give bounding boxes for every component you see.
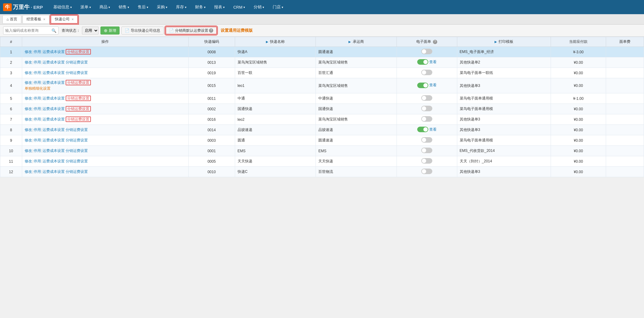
nav-baobiao[interactable]: 报表 ▾: [210, 0, 229, 14]
table-row: 6修改|停用|运费成本设置 分销运费设置0002国通快递国通快递菜鸟电子面单通用…: [0, 104, 644, 114]
distributor-freight-link[interactable]: 分销运费设置: [66, 106, 91, 112]
distributor-freight-link[interactable]: 分销运费设置: [66, 116, 91, 122]
toggle-switch[interactable]: [417, 83, 428, 88]
nav-jichuxinxi[interactable]: 基础信息 ▾: [49, 0, 76, 14]
freight-cost-link[interactable]: 运费成本设置: [43, 138, 65, 142]
tab-jingying[interactable]: 经营看板 ×: [22, 15, 49, 24]
nav-crm[interactable]: CRM ▾: [229, 0, 249, 14]
nav-shangpin[interactable]: 商品 ▾: [95, 0, 114, 14]
edit-link[interactable]: 修改: [25, 80, 32, 85]
freight-cost-link[interactable]: 运费成本设置: [43, 169, 65, 174]
edit-link[interactable]: 修改: [25, 138, 32, 142]
disable-link[interactable]: 停用: [34, 128, 41, 132]
distributor-freight-link[interactable]: 分销运费设置: [66, 138, 88, 142]
disable-link[interactable]: 停用: [34, 96, 41, 100]
row-name: EMS: [235, 146, 316, 156]
freight-cost-link[interactable]: 运费成本设置: [43, 107, 65, 111]
disable-link[interactable]: 停用: [34, 50, 41, 54]
distributor-freight-link[interactable]: 分销运费设置: [66, 159, 88, 163]
tab-kuaidi[interactable]: 快递公司 ×: [51, 15, 78, 24]
search-icon[interactable]: 🔍: [51, 28, 56, 33]
freight-cost-link[interactable]: 运费成本设置: [43, 71, 65, 75]
toggle-switch[interactable]: [421, 70, 432, 75]
edit-link[interactable]: 修改: [25, 159, 32, 163]
toggle-switch[interactable]: [421, 95, 432, 101]
distributor-settings-button[interactable]: 📄 分销商默认运费设置 ?: [165, 26, 217, 35]
disable-link[interactable]: 停用: [34, 149, 41, 153]
nav-caiwu[interactable]: 财务 ▾: [191, 0, 210, 14]
row-elabel: [397, 104, 457, 114]
disable-link[interactable]: 停用: [34, 80, 41, 85]
tab-home[interactable]: ⌂ 首页: [2, 15, 21, 24]
edit-link[interactable]: 修改: [25, 60, 32, 64]
row-actions: 修改|停用|运费成本设置 分销运费设置: [22, 93, 188, 104]
export-button[interactable]: 📄 导出快递公司信息: [121, 26, 164, 35]
row-elabel: [397, 135, 457, 146]
edit-link[interactable]: 修改: [25, 107, 32, 111]
toggle-switch[interactable]: [417, 59, 428, 65]
disable-link[interactable]: 停用: [34, 71, 41, 75]
close-icon[interactable]: ×: [43, 17, 45, 22]
freight-cost-link[interactable]: 运费成本设置: [43, 159, 65, 163]
disable-link[interactable]: 停用: [34, 169, 41, 174]
freight-cost-link[interactable]: 运费成本设置: [43, 80, 65, 85]
freight-cost-link[interactable]: 运费成本设置: [43, 149, 65, 153]
toggle-switch[interactable]: [421, 49, 432, 54]
view-link[interactable]: 查看: [429, 127, 437, 132]
edit-link[interactable]: 修改: [25, 96, 32, 100]
th-fee: 面单费: [606, 37, 644, 47]
row-elabel: [397, 47, 457, 57]
disable-link[interactable]: 停用: [34, 107, 41, 111]
status-select[interactable]: 启用 停用 全部: [82, 26, 99, 35]
distributor-freight-link[interactable]: 分销运费设置: [66, 149, 88, 153]
distributor-freight-link[interactable]: 分销运费设置: [66, 80, 91, 85]
edit-link[interactable]: 修改: [25, 169, 32, 174]
disable-link[interactable]: 停用: [34, 159, 41, 163]
freight-cost-link[interactable]: 运费成本设置: [43, 128, 65, 132]
search-box[interactable]: 🔍: [3, 26, 59, 35]
distributor-freight-link[interactable]: 分销运费设置: [66, 71, 88, 75]
row-elabel: [397, 146, 457, 156]
nav-pandan[interactable]: 派单 ▾: [76, 0, 95, 14]
disable-link[interactable]: 停用: [34, 60, 41, 64]
distributor-freight-link[interactable]: 分销运费设置: [66, 49, 91, 55]
disable-link[interactable]: 停用: [34, 117, 41, 121]
distributor-freight-link[interactable]: 分销运费设置: [66, 96, 91, 101]
freight-cost-link[interactable]: 运费成本设置: [43, 50, 65, 54]
row-code: 0016: [188, 114, 235, 125]
edit-link[interactable]: 修改: [25, 71, 32, 75]
disable-link[interactable]: 停用: [34, 138, 41, 142]
view-link[interactable]: 查看: [429, 59, 437, 65]
search-input[interactable]: [5, 28, 51, 33]
view-link[interactable]: 查看: [429, 83, 437, 88]
table-row: 5修改|停用|运费成本设置 分销运费设置0011中通中通快递菜鸟电子面单通用模¥…: [0, 93, 644, 104]
nav-xiaoshou[interactable]: 销售 ▾: [114, 0, 133, 14]
toggle-switch[interactable]: [417, 127, 428, 132]
template-settings-button[interactable]: 设置通用运费模版: [219, 26, 255, 35]
nav-shouhou[interactable]: 售后 ▾: [133, 0, 153, 14]
distributor-freight-link[interactable]: 分销运费设置: [66, 128, 88, 132]
add-button[interactable]: ⊕ 新增: [100, 26, 120, 35]
toggle-switch[interactable]: [421, 169, 432, 174]
toggle-switch[interactable]: [421, 158, 432, 164]
edit-link[interactable]: 修改: [25, 128, 32, 132]
freight-cost-link[interactable]: 运费成本设置: [43, 96, 65, 100]
edit-link[interactable]: 修改: [25, 149, 32, 153]
row-fee: [606, 167, 644, 177]
freight-cost-link[interactable]: 运费成本设置: [43, 60, 65, 64]
nav-kucun[interactable]: 库存 ▾: [172, 0, 191, 14]
edit-link[interactable]: 修改: [25, 50, 32, 54]
nav-fenxiao[interactable]: 分销 ▾: [249, 0, 268, 14]
distributor-freight-link[interactable]: 分销运费设置: [66, 60, 88, 64]
toggle-switch[interactable]: [421, 116, 432, 122]
toggle-switch[interactable]: [421, 137, 432, 143]
distributor-freight-link[interactable]: 分销运费设置: [66, 169, 88, 174]
freight-cost-link[interactable]: 运费成本设置: [43, 117, 65, 121]
toggle-switch[interactable]: [421, 148, 432, 153]
edit-link[interactable]: 修改: [25, 117, 32, 121]
close-icon[interactable]: ×: [71, 17, 74, 22]
nav-caigou[interactable]: 采购 ▾: [153, 0, 172, 14]
toggle-switch[interactable]: [421, 106, 432, 111]
row-elabel: 查看: [397, 125, 457, 135]
nav-mendian[interactable]: 门店 ▾: [268, 0, 287, 14]
